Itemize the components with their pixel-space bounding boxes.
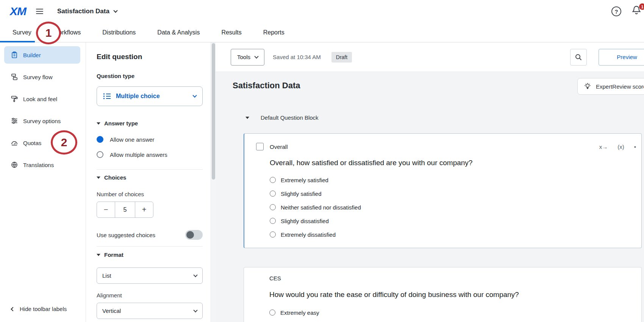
question-code[interactable]: Overall — [270, 144, 288, 150]
sidebar-item-label: Quotas — [23, 140, 41, 146]
tools-button[interactable]: Tools — [231, 49, 264, 66]
sidebar-item-translations[interactable]: Translations — [4, 156, 80, 174]
survey-title: Satisfaction Data — [233, 81, 300, 91]
number-of-choices-stepper: − 5 + — [97, 202, 153, 218]
question-text[interactable]: Overall, how satisfied or dissatisfied a… — [270, 159, 632, 167]
sidebar-item-survey-flow[interactable]: Survey flow — [4, 68, 80, 86]
help-icon: ? — [611, 6, 621, 16]
sidebar-item-look-and-feel[interactable]: Look and feel — [4, 90, 80, 108]
question-header: CES — [244, 267, 641, 281]
clipboard-icon — [11, 51, 18, 59]
sidebar-item-survey-options[interactable]: Survey options — [4, 112, 80, 130]
tab-data-analysis[interactable]: Data & Analysis — [157, 29, 200, 36]
answer-option-label: Slightly dissatisfied — [281, 218, 329, 224]
qualtrics-survey-editor: XM Satisfaction Data ? 1 Survey Workflow… — [0, 0, 644, 322]
chevron-left-icon — [11, 307, 15, 311]
choices-label: Choices — [104, 174, 126, 181]
chevron-down-icon — [113, 8, 117, 13]
display-logic-icon[interactable]: (x) — [617, 144, 624, 150]
format-section-header[interactable]: Format — [97, 252, 123, 258]
radio-icon — [270, 231, 276, 238]
question-type-value: Multiple choice — [116, 93, 160, 100]
answer-option-label: Slightly satisfied — [281, 191, 322, 197]
answer-option-label: Extremely satisfied — [281, 177, 328, 183]
chevron-down-icon — [193, 308, 197, 312]
answer-type-section-header[interactable]: Answer type — [97, 120, 138, 127]
panel-scrollbar-track — [211, 42, 216, 322]
sidebar-item-builder[interactable]: Builder — [4, 46, 80, 64]
question-type-label: Question type — [97, 73, 134, 79]
format-value: List — [102, 272, 111, 279]
panel-scrollbar-thumb[interactable] — [212, 43, 215, 180]
search-button[interactable] — [570, 49, 587, 66]
question-code[interactable]: CES — [269, 275, 281, 281]
answer-option[interactable]: Slightly satisfied — [270, 187, 641, 200]
radio-icon — [270, 204, 276, 210]
format-dropdown[interactable]: List — [97, 267, 203, 284]
preview-button[interactable]: Preview — [599, 49, 644, 66]
radio-selected-icon — [97, 136, 103, 143]
answer-options: Extremely easy — [269, 306, 641, 319]
skip-logic-icon[interactable]: x→ — [599, 144, 608, 150]
allow-one-answer-label: Allow one answer — [110, 136, 155, 143]
increment-button[interactable]: + — [135, 202, 153, 217]
draft-status-badge: Draft — [331, 52, 352, 63]
alignment-label: Alignment — [97, 292, 122, 299]
tab-bar: Survey Workflows Distributions Data & An… — [0, 23, 644, 42]
sidebar-item-label: Builder — [23, 52, 41, 58]
question-action-icons: x→ (x) • — [599, 144, 636, 150]
sidebar-item-label: Translations — [23, 162, 54, 168]
tab-distributions[interactable]: Distributions — [102, 29, 136, 36]
tab-survey[interactable]: Survey — [13, 29, 31, 36]
answer-option[interactable]: Slightly dissatisfied — [270, 214, 641, 228]
alignment-dropdown[interactable]: Vertical — [97, 303, 203, 319]
expert-review-button[interactable]: ExpertReview score — [577, 78, 644, 95]
answer-option-label: Neither satisfied nor dissatisfied — [281, 204, 361, 211]
help-button[interactable]: ? — [610, 5, 623, 18]
hamburger-menu-icon[interactable] — [36, 6, 46, 16]
question-card-overall[interactable]: Overall x→ (x) • Overall, how satisfied … — [244, 133, 642, 248]
settings-sliders-icon — [11, 117, 18, 125]
section-divider — [97, 246, 203, 247]
answer-option[interactable]: Extremely easy — [269, 306, 641, 319]
question-checkbox[interactable] — [256, 143, 264, 150]
flow-icon — [11, 73, 18, 81]
xm-logo[interactable]: XM — [10, 5, 26, 18]
question-block-header: Default Question Block — [245, 114, 319, 121]
choices-section-header[interactable]: Choices — [97, 174, 126, 181]
tab-reports[interactable]: Reports — [263, 29, 284, 36]
format-label: Format — [104, 252, 123, 258]
decrement-button[interactable]: − — [97, 202, 115, 217]
edit-question-panel: Edit question Question type Multiple cho… — [86, 42, 211, 322]
tools-label: Tools — [237, 54, 250, 60]
block-collapse-triangle-icon[interactable] — [245, 117, 249, 119]
panel-title: Edit question — [97, 53, 142, 61]
more-menu-icon[interactable]: • — [634, 144, 636, 150]
answer-option[interactable]: Extremely dissatisfied — [270, 228, 641, 241]
tab-results[interactable]: Results — [221, 29, 241, 36]
radio-unselected-icon — [97, 151, 103, 158]
survey-canvas: Tools Saved at 10:34 AM Draft Preview Sa… — [216, 42, 644, 322]
allow-one-answer-radio[interactable]: Allow one answer — [97, 136, 155, 143]
chevron-down-icon — [193, 273, 197, 277]
chevron-down-icon — [254, 54, 258, 58]
question-text[interactable]: How would you rate the ease or difficult… — [269, 291, 632, 299]
choices-count-value[interactable]: 5 — [115, 202, 135, 217]
use-suggested-choices-toggle[interactable] — [185, 230, 203, 240]
question-type-dropdown[interactable]: Multiple choice — [97, 86, 203, 106]
answer-option[interactable]: Extremely satisfied — [270, 173, 641, 187]
sidebar-item-label: Survey flow — [23, 74, 53, 80]
hide-toolbar-labels-button[interactable]: Hide toolbar labels — [11, 306, 67, 312]
notifications-button[interactable]: 1 — [631, 5, 644, 19]
question-card-ces[interactable]: CES How would you rate the ease or diffi… — [244, 267, 642, 322]
alignment-value: Vertical — [102, 308, 121, 314]
sidebar-item-label: Survey options — [23, 118, 61, 124]
gauge-icon — [11, 139, 18, 147]
project-title-menu[interactable]: Satisfaction Data — [57, 8, 117, 15]
block-title[interactable]: Default Question Block — [261, 114, 319, 121]
radio-icon — [270, 218, 276, 224]
allow-multiple-answers-radio[interactable]: Allow multiple answers — [97, 151, 167, 158]
search-icon — [575, 53, 582, 61]
lightbulb-icon — [584, 83, 591, 90]
answer-option[interactable]: Neither satisfied nor dissatisfied — [270, 200, 641, 214]
